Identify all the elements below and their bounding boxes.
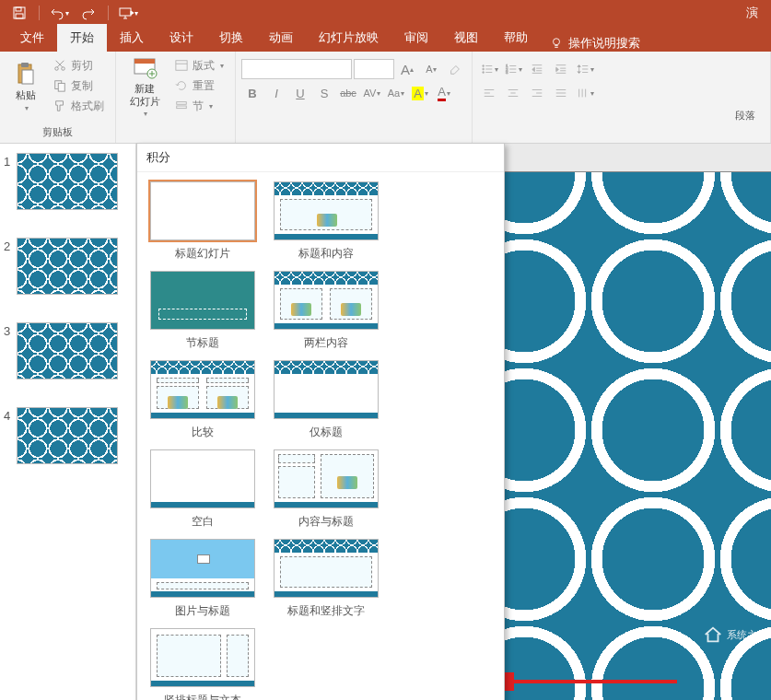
quick-access-toolbar: ▾ ▾ 演: [0, 0, 771, 26]
svg-marker-4: [131, 11, 134, 15]
layout-vertical-title-text[interactable]: 竖排标题与文本: [150, 628, 255, 700]
numbering-button[interactable]: 123▾: [502, 59, 524, 79]
section-button[interactable]: 节▾: [169, 96, 229, 116]
new-slide-icon: [132, 55, 158, 81]
svg-rect-18: [177, 102, 187, 105]
lightbulb-icon: [550, 37, 563, 50]
layout-comparison[interactable]: 比较: [150, 360, 255, 440]
group-paragraph: ▾ 123▾ ▾ ▾ 段落: [473, 52, 771, 143]
thumbnail[interactable]: 1: [4, 153, 135, 210]
layout-title-slide[interactable]: 标题幻灯片: [150, 181, 255, 262]
tab-help[interactable]: 帮助: [491, 24, 541, 52]
thumbnail[interactable]: 2: [4, 238, 135, 295]
tab-file[interactable]: 文件: [7, 24, 57, 52]
group-clipboard-label: 剪贴板: [6, 123, 110, 141]
svg-rect-8: [22, 70, 33, 84]
align-center-button[interactable]: [502, 83, 524, 103]
svg-marker-41: [556, 67, 559, 71]
layout-title-and-content[interactable]: 标题和内容: [274, 181, 379, 262]
gallery-theme-name: 积分: [137, 144, 504, 172]
svg-rect-12: [58, 83, 64, 91]
clear-formatting-button[interactable]: [444, 59, 466, 79]
section-icon: [175, 99, 188, 112]
decrease-indent-button[interactable]: [526, 59, 548, 79]
char-spacing-button[interactable]: AV▾: [361, 83, 383, 103]
reset-button[interactable]: 重置: [169, 76, 229, 96]
line-spacing-button[interactable]: ▾: [574, 59, 596, 79]
tab-home[interactable]: 开始: [57, 24, 107, 52]
tab-review[interactable]: 审阅: [391, 24, 441, 52]
justify-button[interactable]: [550, 83, 572, 103]
align-right-button[interactable]: [526, 83, 548, 103]
scissors-icon: [53, 59, 66, 72]
layout-two-content[interactable]: 两栏内容: [274, 271, 379, 351]
layout-blank[interactable]: 空白: [150, 449, 255, 530]
layout-section-header[interactable]: 节标题: [150, 271, 255, 351]
italic-button[interactable]: I: [265, 83, 287, 103]
new-slide-gallery: 积分 标题幻灯片 标题和内容 节标题 两栏内容 比较 仅标题: [136, 143, 505, 700]
bold-button[interactable]: B: [241, 83, 263, 103]
font-color-button[interactable]: A▾: [433, 83, 455, 103]
underline-button[interactable]: U: [289, 83, 311, 103]
grow-font-button[interactable]: A▴: [396, 59, 418, 79]
increase-indent-button[interactable]: [550, 59, 572, 79]
redo-icon[interactable]: [75, 2, 102, 24]
ribbon: 粘贴 ▾ 剪切 复制 格式刷 剪贴板 新建 幻灯片 ▾ 版式▾ 重置 节▾: [0, 52, 771, 144]
tab-view[interactable]: 视图: [441, 24, 491, 52]
format-painter-button[interactable]: 格式刷: [48, 96, 110, 116]
align-left-button[interactable]: [478, 83, 500, 103]
svg-rect-3: [120, 8, 131, 16]
change-case-button[interactable]: Aa▾: [385, 83, 407, 103]
new-slide-button[interactable]: 新建 幻灯片 ▾: [122, 55, 168, 118]
layout-picture-with-caption[interactable]: 图片与标题: [150, 539, 255, 619]
group-paragraph-label: 段落: [478, 107, 765, 124]
font-name-select[interactable]: [241, 59, 352, 79]
save-icon[interactable]: [6, 2, 33, 24]
slide-thumbnails-panel: 1 2 3 4: [0, 144, 136, 700]
svg-point-24: [482, 72, 484, 74]
highlight-button[interactable]: A▾: [409, 83, 431, 103]
svg-point-9: [55, 67, 59, 71]
strike-button[interactable]: abc: [337, 83, 359, 103]
paste-button[interactable]: 粘贴 ▾: [6, 55, 46, 118]
tab-slideshow[interactable]: 幻灯片放映: [306, 24, 391, 52]
thumbnail[interactable]: 3: [4, 322, 135, 379]
svg-text:3: 3: [505, 70, 508, 75]
copy-button[interactable]: 复制: [48, 76, 110, 96]
shadow-button[interactable]: S: [313, 83, 335, 103]
svg-rect-16: [176, 61, 187, 71]
svg-rect-2: [16, 14, 23, 18]
svg-rect-1: [16, 7, 21, 11]
layout-content-with-caption[interactable]: 内容与标题: [274, 449, 379, 530]
svg-rect-19: [177, 106, 187, 109]
tab-design[interactable]: 设计: [157, 24, 206, 52]
tab-transitions[interactable]: 切换: [206, 24, 256, 52]
tell-me-search[interactable]: 操作说明搜索: [550, 35, 640, 52]
clipboard-icon: [13, 61, 39, 87]
group-clipboard: 粘贴 ▾ 剪切 复制 格式刷 剪贴板: [0, 52, 116, 143]
svg-marker-36: [532, 67, 535, 71]
cut-button[interactable]: 剪切: [48, 55, 110, 76]
ribbon-tabs: 文件 开始 插入 设计 切换 动画 幻灯片放映 审阅 视图 帮助 操作说明搜索: [0, 26, 771, 52]
svg-point-20: [482, 65, 484, 67]
layout-title-vertical-text[interactable]: 标题和竖排文字: [274, 539, 379, 619]
eraser-icon: [449, 63, 461, 76]
svg-point-22: [482, 68, 484, 70]
font-size-select[interactable]: [354, 59, 394, 79]
app-title: 演: [144, 5, 765, 21]
start-slideshow-icon[interactable]: ▾: [114, 2, 142, 24]
tab-insert[interactable]: 插入: [107, 24, 157, 52]
svg-rect-14: [134, 59, 155, 64]
bullets-button[interactable]: ▾: [478, 59, 500, 79]
group-slides: 新建 幻灯片 ▾ 版式▾ 重置 节▾: [116, 52, 236, 143]
svg-point-10: [62, 67, 65, 71]
svg-point-5: [554, 39, 560, 45]
tab-animations[interactable]: 动画: [256, 24, 306, 52]
undo-icon[interactable]: ▾: [45, 2, 73, 24]
columns-button[interactable]: ▾: [574, 83, 596, 103]
layout-button[interactable]: 版式▾: [169, 55, 229, 76]
thumbnail[interactable]: 4: [4, 407, 135, 464]
layout-title-only[interactable]: 仅标题: [274, 360, 379, 440]
group-font: A▴ A▾ B I U S abc AV▾ Aa▾ A▾ A▾: [236, 52, 473, 143]
shrink-font-button[interactable]: A▾: [420, 59, 442, 79]
